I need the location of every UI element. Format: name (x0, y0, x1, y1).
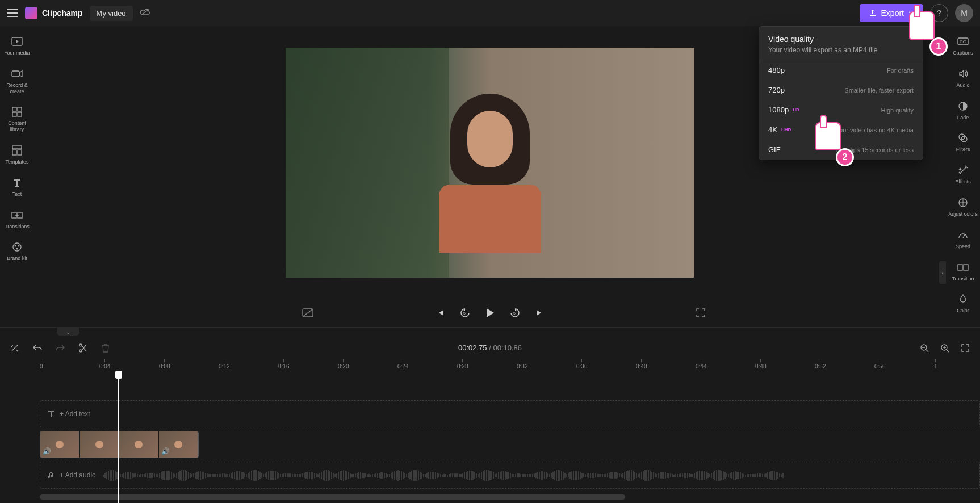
svg-rect-5 (12, 112, 16, 116)
logo[interactable]: Clipchamp (25, 7, 83, 19)
sidebar-item-audio[interactable]: Audio (946, 63, 980, 93)
text-track[interactable]: + Add text (40, 400, 980, 427)
sidebar-item-adjust-colors[interactable]: Adjust colors (946, 192, 980, 222)
captions-icon: CC (957, 35, 969, 48)
play-button[interactable] (483, 306, 497, 320)
svg-rect-8 (12, 150, 16, 155)
svg-rect-26 (958, 265, 962, 270)
svg-rect-7 (12, 146, 22, 149)
timeline: ⌄ 00:02.75 / 00:10.86 00:040:080:120:160… (0, 327, 980, 503)
rewind-5-button[interactable]: 5 (458, 306, 472, 320)
user-avatar[interactable]: M (955, 4, 973, 22)
sidebar-item-filters[interactable]: Filters (946, 127, 980, 157)
svg-text:5: 5 (513, 311, 516, 315)
collapse-timeline-button[interactable]: ⌄ (57, 328, 79, 336)
svg-rect-4 (18, 107, 22, 111)
sidebar-item-your-media[interactable]: Your media (0, 31, 34, 61)
speaker-icon: 🔊 (43, 447, 51, 455)
svg-rect-6 (18, 112, 22, 116)
export-option-gif[interactable]: GIF For clips 15 seconds or less (759, 140, 923, 160)
svg-line-17 (303, 309, 312, 316)
sidebar-item-color[interactable]: Color (946, 288, 980, 318)
svg-rect-9 (18, 150, 22, 155)
speed-icon (957, 229, 969, 241)
zoom-fit-button[interactable] (960, 342, 971, 354)
main-area: Your media Record & create Content libra… (0, 26, 980, 327)
help-button[interactable]: ? (930, 4, 948, 22)
timeline-ruler[interactable]: 00:040:080:120:160:200:240:280:320:360:4… (40, 359, 980, 372)
export-button[interactable]: Export (860, 4, 923, 22)
playhead[interactable] (118, 372, 119, 503)
upload-icon (869, 9, 877, 17)
fullscreen-button[interactable] (694, 306, 707, 320)
sidebar-item-captions[interactable]: CCCaptions (946, 31, 980, 61)
color-icon (957, 293, 969, 305)
redo-button[interactable] (55, 342, 66, 354)
auto-compose-button[interactable] (9, 342, 20, 354)
video-preview[interactable] (286, 48, 694, 278)
svg-point-29 (16, 350, 18, 351)
adjust-icon (957, 196, 969, 209)
delete-button[interactable] (100, 342, 111, 354)
video-clip[interactable]: 🔊 🔊 (40, 431, 199, 458)
speaker-icon: 🔊 (161, 447, 170, 455)
video-track[interactable]: 🔊 🔊 (40, 431, 980, 458)
text-track-icon (47, 410, 55, 418)
undo-button[interactable] (32, 342, 43, 354)
audio-track-icon (47, 471, 55, 479)
sidebar-item-effects[interactable]: Effects (946, 160, 980, 190)
timeline-toolbar: 00:02.75 / 00:10.86 (0, 337, 980, 359)
effects-icon (957, 164, 969, 177)
video-title-input[interactable]: My video (90, 6, 133, 21)
media-icon (11, 35, 23, 48)
split-button[interactable] (77, 342, 89, 354)
svg-point-31 (79, 350, 82, 352)
menu-button[interactable] (7, 9, 18, 17)
svg-point-15 (16, 248, 18, 250)
export-option-480p[interactable]: 480p For drafts (759, 60, 923, 80)
left-sidebar: Your media Record & create Content libra… (0, 26, 34, 327)
export-dropdown-title: Video quality (768, 35, 914, 44)
svg-rect-2 (12, 71, 19, 77)
logo-icon (25, 7, 37, 19)
export-option-4k[interactable]: 4KUHD Your video has no 4K media (759, 120, 923, 140)
sidebar-item-templates[interactable]: Templates (0, 140, 34, 170)
sidebar-item-transition[interactable]: Transition (946, 257, 980, 287)
fade-icon (957, 100, 969, 112)
export-quality-dropdown: Video quality Your video will export as … (759, 26, 923, 160)
sidebar-item-content-library[interactable]: Content library (0, 101, 34, 137)
audio-track[interactable]: + Add audio (40, 462, 980, 489)
text-icon (11, 177, 23, 189)
svg-point-23 (959, 134, 965, 140)
captions-off-icon[interactable] (301, 306, 315, 320)
playback-controls: 5 5 (34, 299, 946, 327)
zoom-out-button[interactable] (919, 342, 930, 354)
sidebar-item-fade[interactable]: Fade (946, 95, 980, 125)
sidebar-item-text[interactable]: Text (0, 172, 34, 202)
right-sidebar: CCCaptions Audio Fade Filters Effects Ad… (946, 26, 980, 327)
svg-point-12 (13, 243, 21, 251)
skip-forward-button[interactable] (533, 306, 547, 320)
forward-5-button[interactable]: 5 (508, 306, 522, 320)
svg-rect-27 (964, 265, 968, 270)
transition-icon (957, 261, 969, 274)
sidebar-item-record-create[interactable]: Record & create (0, 63, 34, 99)
waveform (103, 470, 974, 481)
svg-point-30 (79, 344, 82, 346)
timeline-tracks: + Add text 🔊 🔊 + Add audio (40, 372, 980, 492)
svg-text:CC: CC (960, 39, 966, 44)
sidebar-item-transitions[interactable]: Transitions (0, 204, 34, 234)
filters-icon (957, 132, 969, 144)
sidebar-item-brand-kit[interactable]: Brand kit (0, 236, 34, 266)
svg-text:5: 5 (463, 311, 466, 315)
library-icon (11, 106, 23, 118)
export-option-1080p[interactable]: 1080pHD High quality (759, 100, 923, 120)
zoom-in-button[interactable] (939, 342, 950, 354)
skip-back-button[interactable] (433, 306, 447, 320)
collapse-right-panel[interactable]: ‹ (939, 261, 946, 284)
export-option-720p[interactable]: 720p Smaller file, faster export (759, 80, 923, 100)
sidebar-item-speed[interactable]: Speed (946, 224, 980, 254)
camera-icon (11, 68, 23, 80)
topbar: Clipchamp My video Export ? M (0, 0, 980, 26)
timeline-scrollbar[interactable] (40, 494, 940, 500)
